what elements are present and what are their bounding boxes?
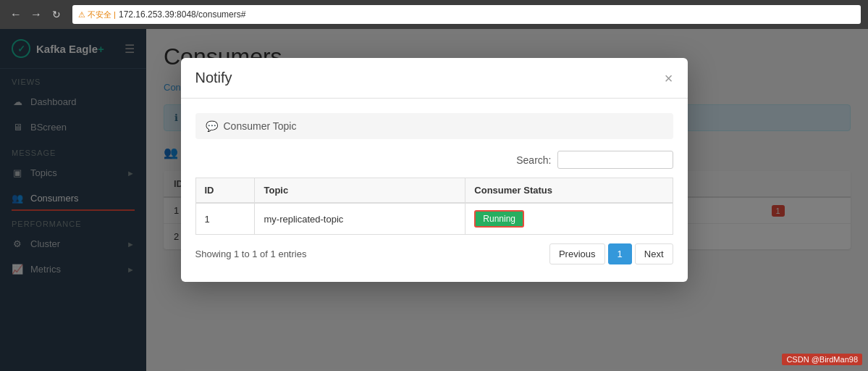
modal-col-topic: Topic <box>255 178 465 204</box>
consumer-topic-label: Consumer Topic <box>224 120 297 132</box>
pagination: Previous 1 Next <box>549 243 673 264</box>
reload-button[interactable]: ↻ <box>48 6 65 23</box>
security-warning: ⚠ 不安全 | <box>78 9 116 20</box>
modal-header: Notify × <box>181 58 688 99</box>
modal-title: Notify <box>195 70 232 86</box>
csdn-watermark: CSDN @BirdMan98 <box>782 354 862 365</box>
modal-section: 💬 Consumer Topic <box>195 113 673 139</box>
forward-button[interactable]: → <box>28 6 45 23</box>
showing-text: Showing 1 to 1 of 1 entries <box>195 249 307 259</box>
modal-body: 💬 Consumer Topic Search: ID Topic Consum… <box>181 99 688 282</box>
address-bar[interactable]: ⚠ 不安全 | 172.16.253.39:8048/consumers# <box>72 5 861 24</box>
consumer-topic-icon: 💬 <box>206 120 218 132</box>
modal-col-status: Consumer Status <box>465 178 673 204</box>
search-input[interactable] <box>557 151 673 169</box>
page-1-button[interactable]: 1 <box>608 243 632 264</box>
modal-col-id: ID <box>195 178 255 204</box>
modal-close-button[interactable]: × <box>665 71 673 86</box>
address-text: 172.16.253.39:8048/consumers# <box>119 9 245 20</box>
modal-footer: Showing 1 to 1 of 1 entries Previous 1 N… <box>195 235 673 267</box>
modal-table-row: 1 my-replicated-topic Running <box>195 203 673 235</box>
modal-overlay: Notify × 💬 Consumer Topic Search: ID Top… <box>0 29 868 371</box>
modal-cell-status: Running <box>465 203 673 235</box>
modal-search: Search: <box>195 151 673 169</box>
modal-table: ID Topic Consumer Status 1 my-replicated… <box>195 178 673 235</box>
modal-cell-id: 1 <box>195 203 255 235</box>
browser-chrome: ← → ↻ ⚠ 不安全 | 172.16.253.39:8048/consume… <box>0 0 868 29</box>
modal-dialog: Notify × 💬 Consumer Topic Search: ID Top… <box>181 58 688 282</box>
prev-button[interactable]: Previous <box>549 243 605 264</box>
search-label: Search: <box>516 154 551 166</box>
back-button[interactable]: ← <box>7 6 25 23</box>
next-button[interactable]: Next <box>635 243 673 264</box>
modal-cell-topic: my-replicated-topic <box>255 203 465 235</box>
status-badge: Running <box>474 210 524 228</box>
